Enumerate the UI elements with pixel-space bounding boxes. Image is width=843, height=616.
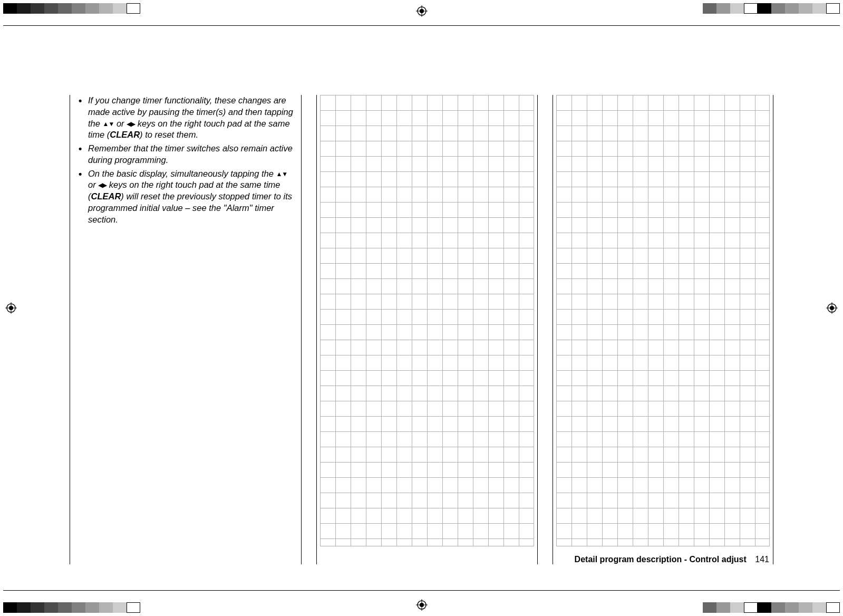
bullet-list: If you change timer functionality, these…	[76, 95, 295, 225]
color-swatch	[58, 602, 72, 613]
color-swatch	[72, 3, 85, 14]
color-bar-top-left	[3, 3, 140, 14]
list-item: Remember that the timer switches also re…	[76, 143, 295, 166]
color-swatch	[113, 602, 127, 613]
color-swatch	[771, 3, 785, 14]
color-swatch	[799, 602, 812, 613]
color-swatch	[826, 602, 840, 613]
grid-column	[316, 95, 538, 564]
color-swatch	[3, 3, 17, 14]
color-swatch	[799, 3, 812, 14]
body-text: ) to reset them.	[140, 130, 198, 139]
grid-paper	[320, 95, 534, 546]
text-column: If you change timer functionality, these…	[70, 95, 302, 564]
body-text: Remember that the timer switches also re…	[88, 143, 293, 165]
color-swatch	[812, 3, 826, 14]
body-text: or	[114, 119, 127, 128]
color-swatch	[99, 602, 113, 613]
color-swatch	[31, 3, 44, 14]
color-swatch	[31, 602, 44, 613]
arrow-left-right-icon: ◀▶	[98, 181, 106, 190]
list-item: On the basic display, simultaneously tap…	[76, 168, 295, 226]
color-swatch	[44, 3, 58, 14]
color-swatch	[716, 3, 730, 14]
arrow-left-right-icon: ◀▶	[127, 120, 135, 129]
color-bar-top-right	[703, 3, 840, 14]
color-swatch	[744, 602, 758, 613]
color-swatch	[17, 3, 31, 14]
color-swatch	[758, 602, 771, 613]
footer-title: Detail program description - Control adj…	[575, 555, 747, 564]
registration-mark-icon	[416, 5, 428, 17]
color-swatch	[771, 602, 785, 613]
color-swatch	[703, 602, 716, 613]
page-number: 141	[755, 555, 769, 564]
grid-paper	[556, 95, 770, 546]
body-text: or	[88, 180, 98, 189]
column-layout: If you change timer functionality, these…	[70, 95, 773, 564]
arrow-up-down-icon: ▲▼	[103, 120, 114, 129]
color-swatch	[785, 3, 799, 14]
color-swatch	[812, 602, 826, 613]
color-swatch	[72, 602, 85, 613]
page-footer: Detail program description - Control adj…	[575, 555, 769, 564]
color-swatch	[826, 3, 840, 14]
keyword-clear: CLEAR	[91, 191, 121, 201]
keyword-clear: CLEAR	[110, 130, 140, 139]
color-swatch	[730, 3, 744, 14]
color-swatch	[785, 602, 799, 613]
color-bar-bottom-left	[3, 602, 140, 613]
color-swatch	[85, 3, 99, 14]
color-bar-bottom-right	[703, 602, 840, 613]
color-swatch	[127, 602, 140, 613]
color-swatch	[113, 3, 127, 14]
color-swatch	[716, 602, 730, 613]
arrow-up-down-icon: ▲▼	[276, 170, 287, 179]
color-swatch	[44, 602, 58, 613]
color-swatch	[99, 3, 113, 14]
color-swatch	[17, 602, 31, 613]
color-swatch	[85, 602, 99, 613]
grid-column	[553, 95, 774, 564]
color-swatch	[703, 3, 716, 14]
color-swatch	[758, 3, 771, 14]
color-swatch	[744, 3, 758, 14]
color-swatch	[3, 602, 17, 613]
color-swatch	[127, 3, 140, 14]
list-item: If you change timer functionality, these…	[76, 95, 295, 141]
registration-mark-icon	[416, 599, 428, 611]
color-swatch	[730, 602, 744, 613]
body-text: On the basic display, simultaneously tap…	[88, 169, 276, 178]
page-content: If you change timer functionality, these…	[0, 25, 843, 591]
color-swatch	[58, 3, 72, 14]
